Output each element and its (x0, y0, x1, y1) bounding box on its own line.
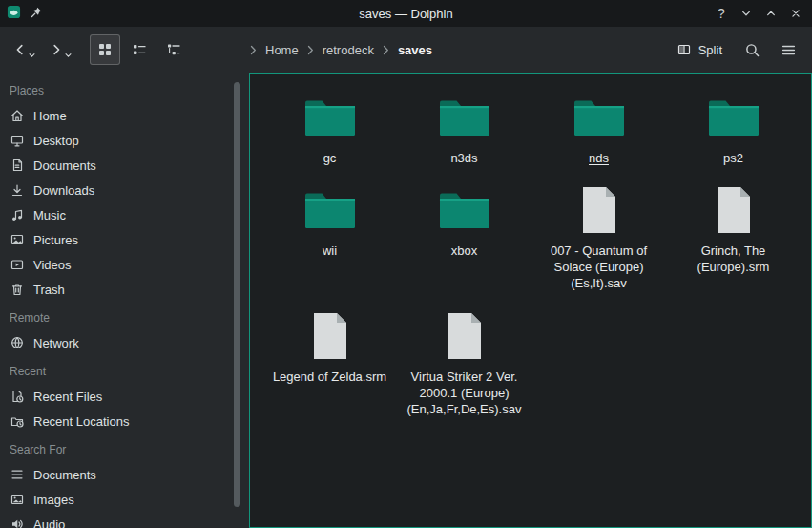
folder-name: n3ds (450, 150, 477, 166)
sidebar-item-label: Home (33, 109, 67, 123)
file-name: Legend of Zelda.srm (273, 369, 386, 385)
section-header-search-for: Search For (0, 437, 249, 462)
file-name: Grinch, The (Europe).srm (674, 243, 794, 275)
window-title: saves — Dolphin (0, 7, 812, 21)
details-view-icon (166, 42, 181, 57)
search-icon (744, 42, 760, 58)
sidebar-item-label: Documents (33, 158, 96, 173)
sidebar-item-pictures[interactable]: Pictures (0, 227, 249, 252)
folder-name: ps2 (723, 150, 743, 166)
details-view-button[interactable] (158, 34, 189, 65)
video-icon (10, 257, 25, 272)
document-icon (10, 158, 25, 173)
sidebar-item-recent-files[interactable]: Recent Files (0, 384, 249, 409)
folder-item-n3ds[interactable]: n3ds (397, 81, 531, 174)
sidebar-item-documents[interactable]: Documents (0, 153, 249, 178)
file-name: Virtua Striker 2 Ver. 2000.1 (Europe) (E… (405, 369, 525, 417)
trash-icon (10, 282, 25, 297)
folder-item-wii[interactable]: wii (262, 174, 397, 299)
folder-item-nds[interactable]: nds (531, 81, 666, 174)
file-name: 007 - Quantum of Solace (Europe) (Es,It)… (539, 243, 659, 291)
folder-name: nds (589, 150, 609, 166)
folder-item-ps2[interactable]: ps2 (666, 81, 801, 174)
file-item-007-quantum-of-solace-europe-es-it-sav[interactable]: 007 - Quantum of Solace (Europe) (Es,It)… (531, 174, 666, 299)
sidebar-item-label: Pictures (33, 233, 78, 247)
breadcrumb-separator-icon (250, 45, 257, 55)
toolbar: Homeretrodecksaves Split (0, 27, 812, 73)
sidebar-item-label: Recent Files (33, 390, 102, 404)
folder-name: xbox (451, 243, 477, 259)
folder-name: gc (323, 150, 337, 166)
folder-item-xbox[interactable]: xbox (397, 174, 531, 299)
sidebar-item-label: Recent Locations (33, 414, 129, 429)
file-item-grinch-the-europe-srm[interactable]: Grinch, The (Europe).srm (666, 174, 801, 299)
sidebar-item-recent-locations[interactable]: Recent Locations (0, 409, 249, 433)
sidebar-item-audio[interactable]: Audio (0, 512, 249, 528)
forward-button[interactable] (46, 38, 74, 61)
file-icon (714, 183, 754, 237)
close-button[interactable] (785, 3, 806, 24)
sidebar-item-documents[interactable]: Documents (0, 462, 249, 487)
file-icon (579, 183, 619, 237)
desktop-icon (10, 133, 25, 148)
hamburger-icon (781, 42, 797, 58)
split-label: Split (698, 43, 722, 57)
breadcrumb-item-home[interactable]: Home (265, 43, 299, 57)
sidebar-item-desktop[interactable]: Desktop (0, 128, 249, 153)
sidebar-item-network[interactable]: Network (0, 330, 249, 355)
sidebar-item-trash[interactable]: Trash (0, 277, 249, 302)
sidebar-item-downloads[interactable]: Downloads (0, 178, 249, 202)
sidebar-item-label: Trash (33, 283, 65, 297)
folder-icon (437, 183, 492, 237)
file-grid: gcn3dsndsps2wiixbox007 - Quantum of Sola… (250, 74, 811, 425)
window-controls: ? (711, 0, 806, 27)
folder-view[interactable]: gcn3dsndsps2wiixbox007 - Quantum of Sola… (249, 73, 812, 528)
sidebar-item-label: Videos (33, 258, 72, 272)
sidebar-scrollbar[interactable] (234, 82, 240, 507)
file-icon (310, 309, 350, 363)
places-panel: PlacesHomeDesktopDocumentsDownloadsMusic… (0, 73, 249, 528)
sidebar-item-label: Downloads (33, 183, 94, 198)
minimize-button[interactable] (736, 3, 757, 24)
image-icon (10, 492, 25, 507)
sidebar-item-label: Desktop (33, 134, 79, 148)
back-button[interactable] (10, 38, 38, 61)
folder-icon (302, 91, 358, 144)
sidebar-item-label: Music (33, 208, 66, 222)
toolbar-right: Split (669, 27, 802, 73)
titlebar: saves — Dolphin ? (0, 0, 812, 27)
folder-icon (706, 91, 761, 144)
sidebar-item-videos[interactable]: Videos (0, 252, 249, 277)
file-item-virtua-striker-2-ver-2000-1-europe-en-ja[interactable]: Virtua Striker 2 Ver. 2000.1 (Europe) (E… (397, 300, 531, 425)
breadcrumb-item-saves[interactable]: saves (398, 43, 432, 57)
menu-button[interactable] (774, 35, 802, 64)
breadcrumb-item-retrodeck[interactable]: retrodeck (323, 43, 374, 57)
sidebar-item-label: Network (33, 336, 79, 350)
split-button[interactable]: Split (669, 35, 730, 64)
sidebar-item-images[interactable]: Images (0, 487, 249, 512)
breadcrumb-separator-icon (383, 45, 389, 55)
file-icon (445, 309, 485, 363)
sidebar-item-label: Documents (33, 468, 96, 482)
folder-icon (302, 183, 358, 237)
recent-files-icon (10, 389, 25, 404)
search-button[interactable] (738, 35, 766, 64)
folder-icon (572, 91, 627, 144)
folder-icon (437, 91, 492, 144)
sidebar-item-label: Audio (33, 517, 65, 528)
pin-icon[interactable] (30, 6, 43, 22)
file-item-legend-of-zelda-srm[interactable]: Legend of Zelda.srm (262, 300, 397, 425)
forward-dropdown-icon (65, 53, 72, 58)
icons-view-button[interactable] (90, 34, 120, 65)
music-icon (10, 207, 25, 222)
image-icon (10, 232, 25, 247)
folder-item-gc[interactable]: gc (262, 81, 397, 174)
sidebar-item-music[interactable]: Music (0, 202, 249, 227)
help-button[interactable]: ? (711, 3, 732, 24)
view-mode-buttons (90, 34, 189, 65)
compact-view-button[interactable] (124, 34, 155, 65)
home-icon (10, 108, 25, 123)
sidebar-item-home[interactable]: Home (0, 103, 249, 128)
maximize-button[interactable] (760, 3, 781, 24)
back-dropdown-icon (29, 53, 35, 58)
